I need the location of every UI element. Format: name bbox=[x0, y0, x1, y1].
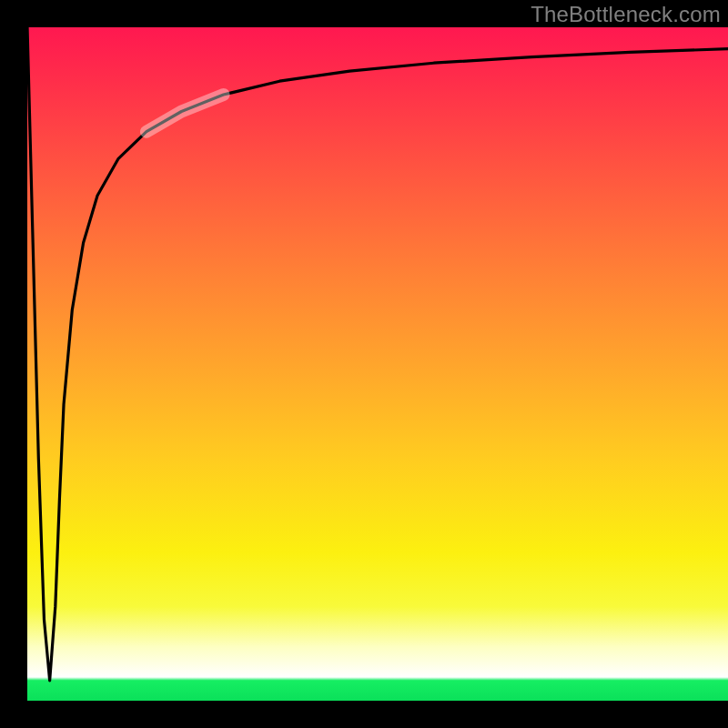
bottleneck-curve bbox=[27, 27, 728, 681]
watermark-text: TheBottleneck.com bbox=[531, 2, 721, 27]
chart-plot-area bbox=[27, 27, 728, 701]
curve-highlight-segment bbox=[147, 95, 224, 132]
chart-svg bbox=[27, 27, 728, 701]
